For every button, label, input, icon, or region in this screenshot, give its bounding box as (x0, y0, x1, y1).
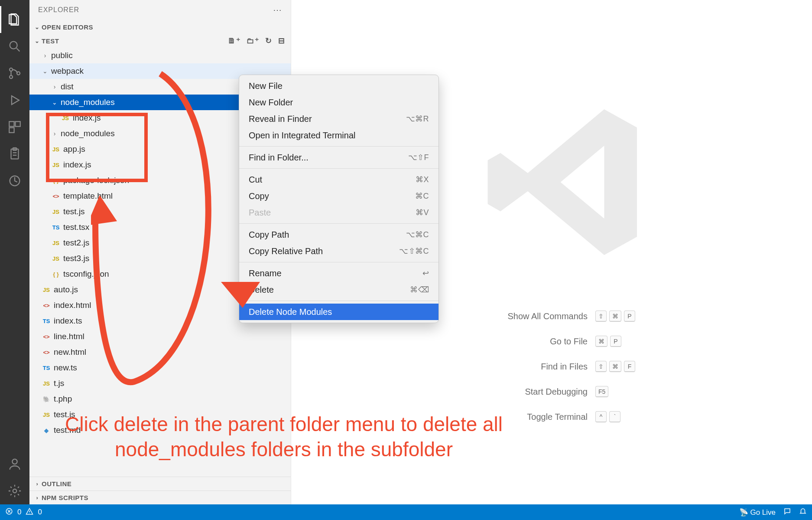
welcome-row-terminal: Toggle Terminal ^` (413, 404, 647, 429)
ctx-open-terminal[interactable]: Open in Integrated Terminal (239, 127, 438, 144)
file-test-md[interactable]: ◆test.md (29, 422, 291, 438)
file-label: test.js (54, 410, 75, 419)
file-label: t.js (54, 379, 64, 388)
activity-scm-icon[interactable] (0, 60, 29, 87)
activity-settings-icon[interactable] (0, 477, 29, 504)
workspace-section[interactable]: ⌄ TEST 🗎⁺ 🗀⁺ ↻ ⊟ (29, 34, 291, 48)
welcome-shortcuts: Show All Commands ⇧⌘P Go to File ⌘P Find… (413, 304, 647, 429)
ctx-label: Rename (249, 268, 282, 278)
ctx-shortcut: ⌘C (415, 191, 429, 201)
ctx-delete-node-modules[interactable]: Delete Node Modules (239, 304, 438, 320)
activity-explorer-icon[interactable] (0, 6, 29, 33)
svg-rect-5 (15, 121, 20, 126)
ctx-shortcut: ⌘X (416, 175, 429, 184)
file-label: t.php (54, 394, 72, 404)
ctx-label: Delete Node Modules (249, 307, 332, 317)
ctx-separator (239, 223, 438, 224)
kbd: ⇧ (595, 311, 607, 322)
new-file-icon[interactable]: 🗎⁺ (228, 36, 240, 46)
ctx-label: Open in Integrated Terminal (249, 131, 355, 141)
file-test-js-root[interactable]: JStest.js (29, 407, 291, 422)
status-bell-icon[interactable] (799, 507, 807, 517)
ctx-paste: Paste⌘V (239, 204, 438, 221)
folder-label: public (51, 51, 73, 60)
ctx-delete[interactable]: Delete⌘⌫ (239, 281, 438, 298)
file-label: auto.js (54, 285, 78, 294)
status-warning-count: 0 (38, 508, 42, 517)
kbd: ⌘ (609, 361, 621, 372)
folder-label: dist (61, 82, 74, 92)
folder-public[interactable]: ›public (29, 48, 291, 63)
activity-account-icon[interactable] (0, 451, 29, 477)
file-t-php[interactable]: 🐘t.php (29, 391, 291, 407)
ctx-rename[interactable]: Rename↩ (239, 265, 438, 281)
status-warnings[interactable] (26, 507, 33, 517)
ctx-copy-path[interactable]: Copy Path⌥⌘C (239, 226, 438, 243)
open-editors-section[interactable]: ⌄ OPEN EDITORS (29, 20, 291, 34)
ctx-label: Copy (249, 191, 269, 201)
welcome-row-commands: Show All Commands ⇧⌘P (413, 304, 647, 329)
file-new-ts[interactable]: TSnew.ts (29, 360, 291, 376)
kbd: ⇧ (595, 361, 607, 372)
activity-extra-icon[interactable] (0, 167, 29, 194)
file-label: new.html (54, 347, 86, 357)
kbd: ⌘ (595, 336, 607, 347)
status-feedback-icon[interactable] (783, 507, 791, 517)
explorer-more-icon[interactable]: ⋯ (273, 5, 282, 15)
npm-scripts-section[interactable]: › NPM SCRIPTS (29, 491, 291, 504)
new-folder-icon[interactable]: 🗀⁺ (247, 36, 259, 46)
file-label: index.ts (54, 316, 82, 326)
activity-clipboard-icon[interactable] (0, 141, 29, 167)
activity-bar (0, 0, 29, 504)
file-line-html[interactable]: <>line.html (29, 329, 291, 344)
ctx-shortcut: ⌥⇧F (408, 153, 429, 162)
status-errors[interactable] (5, 507, 13, 517)
outline-section[interactable]: › OUTLINE (29, 477, 291, 491)
ctx-new-folder[interactable]: New Folder (239, 94, 438, 111)
activity-debug-icon[interactable] (0, 87, 29, 114)
ctx-shortcut: ↩ (422, 268, 429, 278)
kbd: P (610, 336, 621, 347)
status-error-count: 0 (17, 508, 21, 517)
ctx-label: Copy Path (249, 230, 289, 240)
status-go-live[interactable]: 📡 Go Live (739, 508, 776, 517)
activity-extensions-icon[interactable] (0, 114, 29, 141)
folder-label: node_modules (61, 98, 115, 107)
svg-point-1 (10, 68, 13, 71)
activity-search-icon[interactable] (0, 33, 29, 60)
kbd: ^ (595, 411, 607, 422)
ctx-shortcut: ⌥⌘R (406, 114, 429, 124)
file-label: line.html (54, 332, 84, 341)
ctx-copy-relative-path[interactable]: Copy Relative Path⌥⇧⌘C (239, 243, 438, 259)
ctx-find-in-folder[interactable]: Find in Folder...⌥⇧F (239, 149, 438, 166)
ctx-reveal-finder[interactable]: Reveal in Finder⌥⌘R (239, 111, 438, 127)
refresh-icon[interactable]: ↻ (265, 36, 272, 46)
file-label: index.js (73, 113, 101, 123)
file-label: test.js (63, 207, 85, 216)
kbd: ` (609, 411, 620, 422)
file-label: test3.js (63, 254, 89, 263)
file-label: tsconfig.json (63, 269, 109, 279)
welcome-label: Start Debugging (525, 387, 588, 397)
outline-label: OUTLINE (42, 480, 291, 487)
collapse-icon[interactable]: ⊟ (278, 36, 285, 46)
ctx-label: Paste (249, 208, 271, 218)
ctx-shortcut: ⌥⇧⌘C (399, 246, 429, 256)
file-label: index.js (63, 160, 91, 170)
svg-rect-4 (9, 121, 14, 126)
ctx-new-file[interactable]: New File (239, 78, 438, 94)
ctx-separator (239, 301, 438, 301)
ctx-separator (239, 262, 438, 262)
file-new-html[interactable]: <>new.html (29, 344, 291, 360)
ctx-label: Reveal in Finder (249, 114, 312, 124)
kbd: F (624, 361, 635, 372)
file-t-js[interactable]: JSt.js (29, 376, 291, 391)
ctx-copy[interactable]: Copy⌘C (239, 188, 438, 204)
ctx-label: Copy Relative Path (249, 246, 323, 256)
file-label: index.html (54, 301, 91, 310)
file-label: test.tsx (63, 222, 89, 232)
ctx-cut[interactable]: Cut⌘X (239, 171, 438, 188)
svg-point-10 (12, 459, 17, 464)
welcome-row-goto: Go to File ⌘P (413, 329, 647, 354)
kbd: P (624, 311, 635, 322)
